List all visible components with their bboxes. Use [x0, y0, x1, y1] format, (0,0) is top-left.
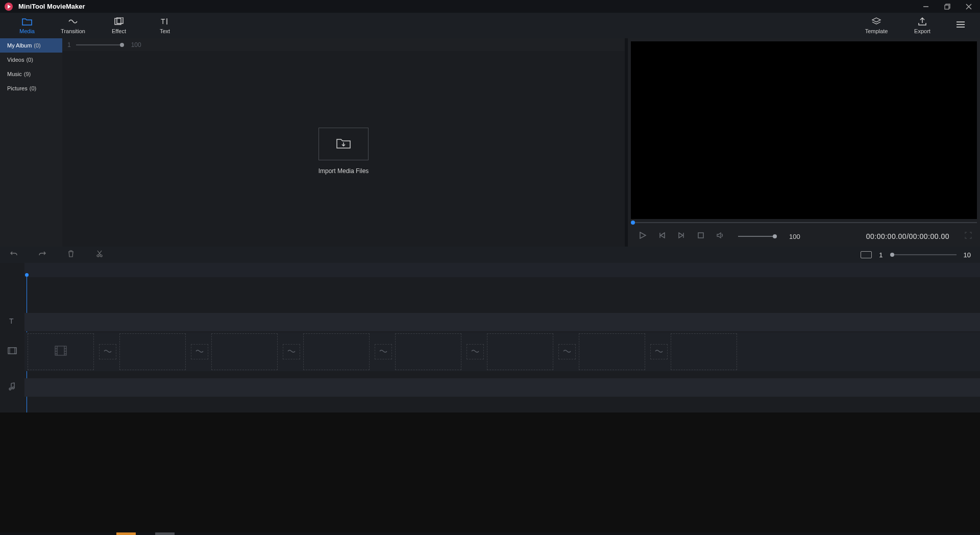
- video-clip-placeholder[interactable]: [395, 333, 461, 370]
- import-media-button[interactable]: Import Media Files: [318, 128, 369, 175]
- sidebar-item-pictures[interactable]: Pictures (0): [0, 81, 62, 95]
- transition-slot-icon: [379, 347, 388, 356]
- tab-text[interactable]: T Text: [142, 13, 188, 38]
- sidebar-item-videos[interactable]: Videos (0): [0, 53, 62, 67]
- transition-slot-icon: [103, 347, 112, 356]
- svg-marker-17: [679, 233, 683, 238]
- timeline-ruler[interactable]: [24, 263, 980, 277]
- transition-placeholder[interactable]: [467, 344, 484, 359]
- next-frame-button[interactable]: [677, 232, 686, 241]
- sidebar-item-count: (0): [26, 57, 33, 63]
- preview-scrubber[interactable]: [631, 219, 977, 226]
- tab-transition[interactable]: Transition: [50, 13, 96, 38]
- svg-text:T: T: [9, 317, 14, 325]
- svg-text:T: T: [161, 17, 165, 26]
- transition-placeholder[interactable]: [650, 344, 668, 359]
- svg-rect-23: [8, 348, 16, 354]
- menu-button[interactable]: [945, 13, 976, 38]
- tab-label: Text: [160, 28, 170, 34]
- split-button[interactable]: [95, 250, 104, 259]
- sidebar-item-count: (0): [30, 85, 36, 91]
- maximize-button[interactable]: [940, 1, 954, 13]
- media-sidebar: My Album (0) Videos (0) Music (9) Pictur…: [0, 38, 62, 247]
- video-clip-placeholder[interactable]: [487, 333, 553, 370]
- fullscreen-icon: [965, 232, 972, 240]
- video-track[interactable]: [24, 332, 980, 371]
- text-icon: T: [160, 17, 170, 27]
- tab-media[interactable]: Media: [4, 13, 50, 38]
- fit-to-screen-button[interactable]: [861, 251, 872, 258]
- titlebar: MiniTool MovieMaker: [0, 0, 980, 13]
- preview-viewport: [631, 41, 977, 219]
- sidebar-item-music[interactable]: Music (9): [0, 67, 62, 81]
- sidebar-item-label: Music: [7, 71, 22, 77]
- effect-icon: [114, 17, 124, 27]
- transition-placeholder[interactable]: [283, 344, 300, 359]
- video-clip-placeholder[interactable]: [28, 333, 94, 370]
- text-track-header[interactable]: T: [0, 313, 24, 331]
- transition-placeholder[interactable]: [191, 344, 208, 359]
- video-clip-placeholder[interactable]: [211, 333, 278, 370]
- prev-frame-icon: [658, 232, 666, 241]
- transition-placeholder[interactable]: [375, 344, 392, 359]
- sidebar-item-my-album[interactable]: My Album (0): [0, 38, 62, 53]
- preview-timecode: 00:00:00.00/00:00:00.00: [866, 232, 949, 240]
- thumb-size-slider[interactable]: [76, 44, 122, 45]
- folder-icon: [22, 17, 32, 27]
- prev-frame-button[interactable]: [657, 232, 667, 241]
- video-track-header[interactable]: [0, 332, 24, 371]
- timeline-toolbar: 1 10: [0, 247, 980, 263]
- undo-icon: [10, 250, 18, 259]
- text-track-icon: T: [8, 317, 17, 328]
- audio-track-header[interactable]: [0, 378, 24, 397]
- audio-track[interactable]: [24, 378, 980, 397]
- app-title: MiniTool MovieMaker: [18, 3, 85, 10]
- transition-slot-icon: [562, 347, 572, 356]
- close-button[interactable]: [962, 1, 976, 13]
- svg-rect-19: [698, 233, 703, 238]
- template-button[interactable]: Template: [853, 13, 899, 38]
- svg-marker-14: [640, 232, 646, 238]
- sidebar-item-count: (0): [34, 42, 40, 48]
- audio-track-icon: [8, 382, 16, 393]
- export-label: Export: [914, 28, 930, 34]
- tab-label: Transition: [61, 28, 85, 34]
- video-clip-placeholder[interactable]: [303, 333, 370, 370]
- zoom-min: 1: [879, 251, 883, 259]
- os-taskbar-strip: [0, 532, 980, 535]
- transition-placeholder[interactable]: [99, 344, 116, 359]
- preview-panel: 100 00:00:00.00/00:00:00.00: [628, 38, 980, 247]
- video-clip-placeholder[interactable]: [671, 333, 737, 370]
- app-logo-icon: [4, 2, 13, 11]
- folder-download-icon: [336, 137, 351, 151]
- redo-button[interactable]: [38, 250, 47, 259]
- delete-button[interactable]: [66, 250, 76, 259]
- tab-label: Effect: [112, 28, 126, 34]
- zoom-max: 10: [964, 251, 971, 259]
- volume-value: 100: [789, 233, 800, 240]
- scissors-icon: [96, 250, 103, 260]
- play-icon: [639, 231, 647, 241]
- sidebar-item-count: (9): [24, 71, 31, 77]
- redo-icon: [38, 250, 46, 259]
- tab-effect[interactable]: Effect: [96, 13, 142, 38]
- template-icon: [871, 17, 881, 27]
- transition-placeholder[interactable]: [558, 344, 576, 359]
- video-clip-placeholder[interactable]: [119, 333, 186, 370]
- svg-point-20: [97, 255, 99, 257]
- text-track[interactable]: [24, 313, 980, 331]
- minimize-button[interactable]: [919, 1, 933, 13]
- sidebar-item-label: Videos: [7, 57, 24, 63]
- stop-button[interactable]: [696, 232, 705, 241]
- undo-button[interactable]: [9, 250, 18, 259]
- timeline-zoom-slider[interactable]: [890, 254, 957, 255]
- video-clip-placeholder[interactable]: [579, 333, 645, 370]
- volume-slider[interactable]: [738, 236, 775, 237]
- template-label: Template: [865, 28, 888, 34]
- fullscreen-button[interactable]: [965, 232, 972, 241]
- play-button[interactable]: [638, 232, 647, 241]
- transition-slot-icon: [654, 347, 664, 356]
- speaker-icon: [716, 232, 724, 241]
- mute-button[interactable]: [716, 232, 725, 241]
- export-button[interactable]: Export: [899, 13, 945, 38]
